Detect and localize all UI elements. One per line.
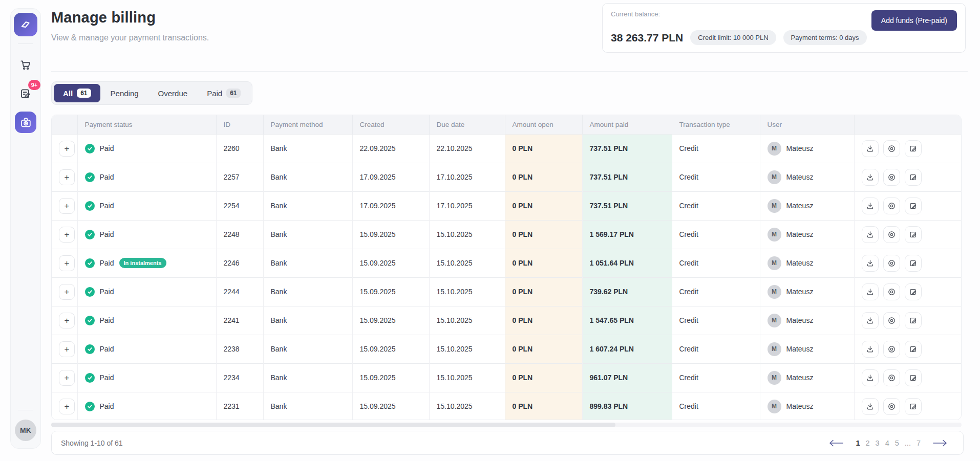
expand-row-button[interactable]: + xyxy=(59,284,75,300)
page-number-4[interactable]: 4 xyxy=(885,439,890,447)
created-date: 15.09.2025 xyxy=(352,392,429,420)
edit-transaction-button[interactable] xyxy=(905,369,922,386)
table-row: + Paid 2234 Bank 15.09.2025 15.10.2025 0… xyxy=(52,363,962,392)
expand-row-button[interactable]: + xyxy=(59,341,75,357)
tab-all[interactable]: All 61 xyxy=(54,84,100,102)
table-footer: Showing 1-10 of 61 12345...7 xyxy=(51,431,964,455)
amount-paid: 737.51 PLN xyxy=(582,191,672,220)
view-transaction-button[interactable] xyxy=(883,283,900,300)
horizontal-scrollbar[interactable] xyxy=(51,423,962,427)
edit-transaction-button[interactable] xyxy=(905,398,922,415)
note-edit-icon xyxy=(909,173,918,182)
page-number-7[interactable]: 7 xyxy=(916,439,921,447)
note-edit-icon xyxy=(909,259,918,268)
billing-wallet-icon xyxy=(19,116,32,129)
download-invoice-button[interactable] xyxy=(862,226,879,243)
download-icon xyxy=(866,288,875,296)
eye-icon xyxy=(887,374,896,382)
sidebar-item-billing[interactable] xyxy=(15,112,36,133)
paid-check-icon xyxy=(85,373,95,383)
payment-status-label: Paid xyxy=(100,230,114,238)
amount-paid: 1 051.64 PLN xyxy=(582,249,672,277)
view-transaction-button[interactable] xyxy=(883,312,900,329)
payment-status-label: Paid xyxy=(100,173,114,181)
page-number-1[interactable]: 1 xyxy=(855,439,860,447)
expand-row-button[interactable]: + xyxy=(59,227,75,243)
expand-row-button[interactable]: + xyxy=(59,313,75,328)
download-invoice-button[interactable] xyxy=(862,140,879,157)
view-transaction-button[interactable] xyxy=(883,140,900,157)
view-transaction-button[interactable] xyxy=(883,169,900,186)
row-user-avatar: M xyxy=(768,285,781,299)
tab-overdue[interactable]: Overdue xyxy=(149,84,197,102)
prev-page-button[interactable] xyxy=(826,440,846,447)
tab-all-label: All xyxy=(63,89,73,98)
transaction-type: Credit xyxy=(672,249,760,277)
amount-open: 0 PLN xyxy=(505,249,582,277)
due-date: 15.10.2025 xyxy=(429,249,505,277)
paid-check-icon xyxy=(85,172,95,182)
edit-transaction-button[interactable] xyxy=(905,169,922,186)
amount-open: 0 PLN xyxy=(505,363,582,392)
transaction-type: Credit xyxy=(672,191,760,220)
note-edit-icon xyxy=(909,316,918,325)
note-edit-icon xyxy=(909,230,918,239)
sidebar-item-cart[interactable] xyxy=(15,54,36,76)
paid-check-icon xyxy=(85,144,95,153)
due-date: 15.10.2025 xyxy=(429,335,505,363)
transaction-type: Credit xyxy=(672,335,760,363)
edit-transaction-button[interactable] xyxy=(905,255,922,272)
page-number-3[interactable]: 3 xyxy=(875,439,880,447)
view-transaction-button[interactable] xyxy=(883,226,900,243)
note-edit-icon xyxy=(909,374,918,382)
edit-transaction-button[interactable] xyxy=(905,341,922,358)
transaction-type: Credit xyxy=(672,363,760,392)
download-invoice-button[interactable] xyxy=(862,169,879,186)
edit-transaction-button[interactable] xyxy=(905,140,922,157)
download-invoice-button[interactable] xyxy=(862,369,879,386)
status-filter-tabs: All 61 Pending Overdue Paid 61 xyxy=(51,81,252,105)
download-invoice-button[interactable] xyxy=(862,398,879,415)
due-date: 15.10.2025 xyxy=(429,220,505,249)
user-avatar[interactable]: MK xyxy=(15,420,36,441)
app-logo[interactable] xyxy=(14,13,37,36)
expand-row-button[interactable]: + xyxy=(59,198,75,214)
edit-transaction-button[interactable] xyxy=(905,197,922,214)
download-invoice-button[interactable] xyxy=(862,283,879,300)
download-icon xyxy=(866,230,875,239)
view-transaction-button[interactable] xyxy=(883,369,900,386)
view-transaction-button[interactable] xyxy=(883,398,900,415)
expand-row-button[interactable]: + xyxy=(59,169,75,185)
expand-row-button[interactable]: + xyxy=(59,370,75,386)
page-number-5[interactable]: 5 xyxy=(894,439,900,447)
page-number-2[interactable]: 2 xyxy=(865,439,870,447)
created-date: 15.09.2025 xyxy=(352,277,429,306)
paid-check-icon xyxy=(85,344,95,354)
expand-row-button[interactable]: + xyxy=(59,399,75,414)
view-transaction-button[interactable] xyxy=(883,341,900,358)
tab-pending-label: Pending xyxy=(111,89,139,98)
payment-status-label: Paid xyxy=(100,316,114,324)
edit-transaction-button[interactable] xyxy=(905,226,922,243)
expand-row-button[interactable]: + xyxy=(59,141,75,157)
download-invoice-button[interactable] xyxy=(862,255,879,272)
download-invoice-button[interactable] xyxy=(862,197,879,214)
download-icon xyxy=(866,402,875,411)
view-transaction-button[interactable] xyxy=(883,255,900,272)
arrow-left-icon xyxy=(828,440,844,447)
download-invoice-button[interactable] xyxy=(862,341,879,358)
add-funds-button[interactable]: Add funds (Pre-paid) xyxy=(871,10,957,31)
edit-transaction-button[interactable] xyxy=(905,312,922,329)
sidebar-item-orders[interactable]: 9+ xyxy=(15,83,36,104)
tab-paid[interactable]: Paid 61 xyxy=(198,84,249,102)
expand-row-button[interactable]: + xyxy=(59,255,75,271)
payment-method: Bank xyxy=(263,191,352,220)
view-transaction-button[interactable] xyxy=(883,197,900,214)
edit-transaction-button[interactable] xyxy=(905,283,922,300)
scrollbar-thumb[interactable] xyxy=(51,423,615,427)
payment-status-label: Paid xyxy=(100,374,114,382)
next-page-button[interactable] xyxy=(930,440,950,447)
tab-pending[interactable]: Pending xyxy=(101,84,148,102)
eye-icon xyxy=(887,402,896,411)
download-invoice-button[interactable] xyxy=(862,312,879,329)
